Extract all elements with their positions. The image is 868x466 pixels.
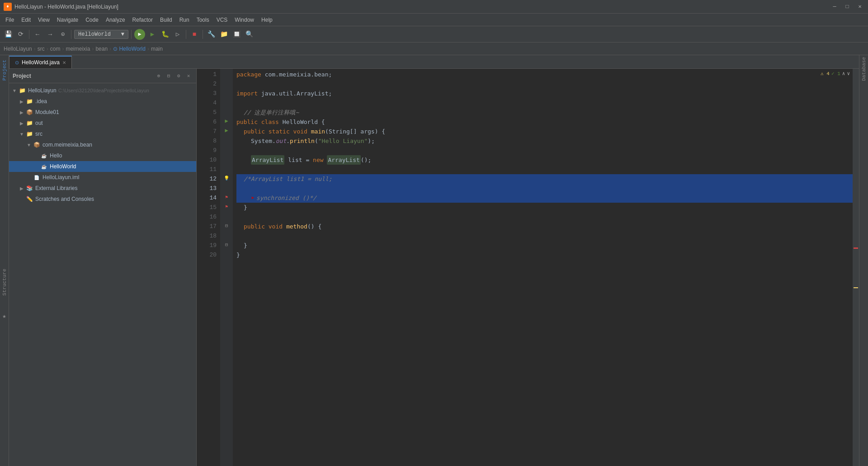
- editor-with-tabs: Project ⊕ ⊟ ⚙ ✕ ▼ 📁 HelloLiayun C:\Users…: [9, 69, 859, 466]
- menu-code[interactable]: Code: [82, 15, 102, 25]
- project-tool-icon[interactable]: Project: [2, 60, 7, 81]
- tree-label-hello: Hello: [50, 152, 62, 159]
- sidebar-gear-btn[interactable]: ⚙: [175, 72, 183, 80]
- tree-item-idea[interactable]: ▶ 📁 .idea: [9, 96, 196, 107]
- tree-label-out: out: [35, 120, 43, 126]
- breadcrumb-src[interactable]: src: [38, 46, 45, 52]
- code-line-14: ➤ synchronized ()*/: [236, 193, 853, 203]
- scrollbar-marker-2: [854, 287, 858, 288]
- toolbar-sync-btn[interactable]: ⟳: [15, 29, 26, 40]
- tab-helloworld-java[interactable]: ⊙ HelloWorld.java ✕: [9, 56, 72, 68]
- tree-label-module01: Module01: [35, 109, 59, 115]
- breadcrumb-meimeixia[interactable]: meimeixia: [66, 46, 90, 52]
- menu-tools[interactable]: Tools: [193, 15, 213, 25]
- code-content[interactable]: package com.meimeixia.bean; import java.…: [233, 69, 853, 466]
- main-editor: ⚠ 4 ✓ 1 ∧ ∨ 1 2 3 4 5 6 7: [197, 69, 859, 466]
- sidebar-locate-btn[interactable]: ⊕: [155, 72, 163, 80]
- sidebar-collapse-btn[interactable]: ⊟: [165, 72, 173, 80]
- toolbar-sep4: [186, 30, 186, 39]
- menu-refactor[interactable]: Refactor: [129, 15, 156, 25]
- gutter-line-18: [220, 230, 233, 240]
- menu-window[interactable]: Window: [231, 15, 258, 25]
- tree-item-module01[interactable]: ▶ 📦 Module01: [9, 107, 196, 118]
- tree-item-out[interactable]: ▶ 📁 out: [9, 118, 196, 128]
- run-button[interactable]: ▶: [134, 29, 145, 40]
- tree-path-root: C:\Users\32120\IdeaProjects\HelloLiayun: [58, 88, 149, 93]
- tree-item-root[interactable]: ▼ 📁 HelloLiayun C:\Users\32120\IdeaProje…: [9, 85, 196, 96]
- toolbar-fwd-btn[interactable]: →: [45, 29, 56, 40]
- menu-file[interactable]: File: [2, 15, 18, 25]
- close-button[interactable]: ✕: [855, 2, 864, 11]
- toolbar-coverage-btn[interactable]: ▷: [172, 29, 183, 40]
- toolbar-tools-btn[interactable]: 🔧: [206, 29, 217, 40]
- menu-edit[interactable]: Edit: [18, 15, 34, 25]
- scratches-icon: ✏️: [25, 195, 33, 203]
- toolbar-layout-btn[interactable]: 🔲: [231, 29, 242, 40]
- menu-navigate[interactable]: Navigate: [53, 15, 82, 25]
- tree-item-hello[interactable]: ▶ ☕ Hello: [9, 150, 196, 161]
- code-line-3: import java.util.ArrayList;: [236, 89, 853, 98]
- tree-item-src[interactable]: ▼ 📁 src: [9, 128, 196, 139]
- gutter-line-5: [220, 107, 233, 116]
- toolbar-recent-btn[interactable]: ⊙: [57, 29, 68, 40]
- maximize-button[interactable]: □: [843, 2, 852, 11]
- project-dropdown[interactable]: HelloWorld ▼: [74, 30, 128, 39]
- menu-run[interactable]: Run: [176, 15, 193, 25]
- breadcrumb-helloworld[interactable]: ⊙ HelloWorld: [113, 46, 146, 52]
- menu-build[interactable]: Build: [156, 15, 176, 25]
- toolbar-sep1: [29, 30, 29, 39]
- menu-view[interactable]: View: [34, 15, 53, 25]
- tree-arrow-src: ▼: [18, 130, 25, 138]
- minimize-button[interactable]: —: [830, 2, 839, 11]
- toolbar-back-btn[interactable]: ←: [32, 29, 43, 40]
- gutter-line-6[interactable]: ▶: [220, 116, 233, 126]
- right-tool-1[interactable]: Database: [861, 57, 867, 81]
- structure-tool-icon[interactable]: Structure: [2, 269, 7, 295]
- gutter-line-9: [220, 145, 233, 154]
- tree-label-iml: HelloLiayun.iml: [42, 174, 79, 181]
- tree-item-bean[interactable]: ▼ 📦 com.meimeixia.bean: [9, 139, 196, 150]
- toolbar-search-btn[interactable]: 🔍: [244, 29, 255, 40]
- favorites-tool-icon[interactable]: ★: [2, 312, 6, 320]
- tab-close-icon[interactable]: ✕: [62, 60, 66, 65]
- package-icon-bean: 📦: [33, 141, 41, 149]
- breadcrumb-root[interactable]: HelloLiayun: [4, 46, 32, 52]
- tree-item-helloworld[interactable]: ▶ ☕ HelloWorld: [9, 161, 196, 172]
- toolbar-sdk-btn[interactable]: 📁: [218, 29, 229, 40]
- code-line-20: }: [236, 250, 853, 260]
- toolbar-stop-btn[interactable]: ■: [189, 29, 200, 40]
- editor-scrollbar[interactable]: [853, 69, 859, 466]
- breadcrumb-main[interactable]: main: [151, 46, 163, 52]
- gutter-line-14: ⚑: [220, 192, 233, 202]
- menu-vcs[interactable]: VCS: [213, 15, 231, 25]
- code-line-12: /*ArrayList list1 = null;: [236, 174, 853, 184]
- code-line-15: }: [236, 203, 853, 212]
- breadcrumb-bean[interactable]: bean: [95, 46, 108, 52]
- tree-item-iml[interactable]: ▶ 📄 HelloLiayun.iml: [9, 172, 196, 183]
- outer-layout: Project Structure ★ ⊙ HelloWorld.java ✕ …: [0, 55, 868, 466]
- tree-item-scratches[interactable]: ▶ ✏️ Scratches and Consoles: [9, 194, 196, 204]
- tree-item-extlibs[interactable]: ▶ 📚 External Libraries: [9, 183, 196, 194]
- tree-label-src: src: [35, 131, 42, 137]
- sidebar-close-btn[interactable]: ✕: [184, 72, 193, 80]
- gutter-line-13: [220, 183, 233, 192]
- folder-icon-src: 📁: [25, 130, 33, 138]
- toolbar-debug-btn[interactable]: 🐛: [160, 29, 170, 40]
- menu-analyze[interactable]: Analyze: [102, 15, 129, 25]
- breadcrumb-com[interactable]: com: [50, 46, 61, 52]
- gutter-line-17[interactable]: ⊟: [220, 221, 233, 230]
- gutter-line-11: [220, 164, 233, 173]
- menu-help[interactable]: Help: [258, 15, 276, 25]
- gutter-line-12: 💡: [220, 173, 233, 183]
- title-bar: ♦ HelloLiayun - HelloWorld.java [HelloLi…: [0, 0, 868, 14]
- line-numbers: 1 2 3 4 5 6 7 8 9 10 11 12 13 14: [197, 69, 220, 466]
- tab-bar: ⊙ HelloWorld.java ✕: [9, 55, 859, 69]
- tree-label-helloworld: HelloWorld: [50, 163, 76, 170]
- center-layout: ⊙ HelloWorld.java ✕ Project ⊕ ⊟ ⚙ ✕: [9, 55, 859, 466]
- toolbar-sep3: [131, 30, 132, 39]
- tree-label-scratches: Scratches and Consoles: [35, 196, 94, 202]
- toolbar-build-btn[interactable]: ▶: [147, 29, 158, 40]
- window-title: HelloLiayun - HelloWorld.java [HelloLiay…: [14, 4, 118, 10]
- toolbar-save-btn[interactable]: 💾: [3, 29, 14, 40]
- gutter-line-7[interactable]: ▶: [220, 126, 233, 135]
